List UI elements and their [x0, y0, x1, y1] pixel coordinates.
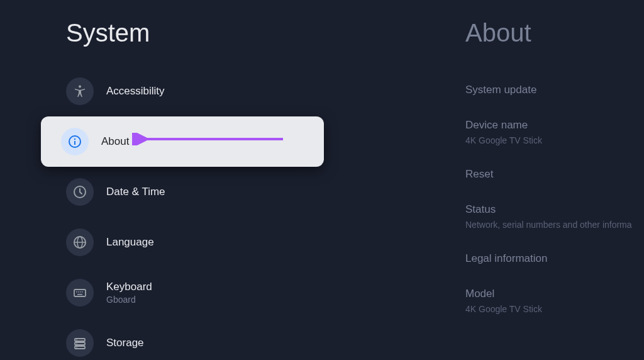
- page-title: System: [66, 19, 390, 47]
- menu-label-language: Language: [106, 236, 154, 249]
- svg-point-18: [76, 343, 77, 344]
- about-item-status[interactable]: Status Network, serial numbers and other…: [465, 192, 644, 241]
- about-label-model: Model: [465, 288, 644, 300]
- menu-sublabel-keyboard: Gboard: [106, 295, 152, 305]
- keyboard-icon: [66, 279, 94, 307]
- about-item-model[interactable]: Model 4K Google TV Stick: [465, 276, 644, 325]
- about-title: About: [465, 19, 644, 47]
- about-sublabel-model: 4K Google TV Stick: [465, 304, 644, 314]
- svg-rect-3: [74, 141, 75, 145]
- about-detail-panel: About System update Device name 4K Googl…: [390, 0, 644, 360]
- menu-label-datetime: Date & Time: [106, 186, 165, 198]
- about-item-system-update[interactable]: System update: [465, 72, 644, 108]
- about-label-legal: Legal information: [465, 252, 644, 265]
- system-menu-list: Accessibility About: [0, 66, 390, 360]
- menu-label-storage: Storage: [106, 337, 144, 349]
- about-sublabel-device-name: 4K Google TV Stick: [465, 135, 644, 145]
- menu-item-keyboard[interactable]: Keyboard Gboard: [0, 267, 390, 318]
- system-menu-panel: System Accessibility Abo: [0, 0, 390, 360]
- menu-item-language[interactable]: Language: [0, 217, 390, 267]
- svg-rect-13: [77, 294, 82, 295]
- about-label-system-update: System update: [465, 84, 644, 96]
- menu-item-about[interactable]: About: [41, 116, 324, 167]
- clock-icon: [66, 178, 94, 206]
- svg-point-17: [76, 339, 77, 340]
- about-label-device-name: Device name: [465, 119, 644, 132]
- menu-item-accessibility[interactable]: Accessibility: [0, 66, 390, 116]
- about-label-reset: Reset: [465, 168, 644, 181]
- about-sublabel-status: Network, serial numbers and other inform…: [465, 220, 644, 230]
- storage-icon: [66, 329, 94, 357]
- about-label-status: Status: [465, 203, 644, 216]
- menu-item-storage[interactable]: Storage: [0, 318, 390, 360]
- svg-rect-11: [80, 291, 81, 293]
- svg-point-0: [79, 86, 81, 88]
- about-item-reset[interactable]: Reset: [465, 157, 644, 192]
- svg-rect-8: [74, 290, 86, 296]
- info-icon: [61, 128, 89, 155]
- svg-rect-9: [76, 291, 77, 293]
- menu-label-about: About: [101, 135, 129, 148]
- about-item-device-name[interactable]: Device name 4K Google TV Stick: [465, 108, 644, 157]
- menu-label-keyboard: Keyboard: [106, 281, 152, 293]
- menu-label-accessibility: Accessibility: [106, 85, 165, 98]
- svg-rect-12: [82, 291, 83, 293]
- svg-point-19: [76, 347, 77, 348]
- svg-point-2: [74, 138, 75, 140]
- accessibility-icon: [66, 77, 94, 105]
- about-item-legal[interactable]: Legal information: [465, 241, 644, 276]
- globe-icon: [66, 228, 94, 256]
- svg-rect-10: [78, 291, 79, 293]
- menu-item-datetime[interactable]: Date & Time: [0, 167, 390, 217]
